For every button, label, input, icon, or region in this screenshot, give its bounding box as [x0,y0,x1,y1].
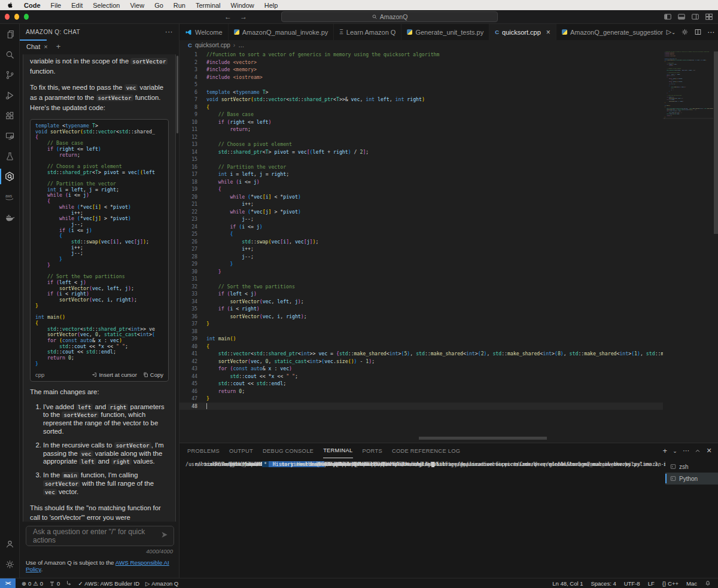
menu-terminal[interactable]: Terminal [196,2,221,9]
chat-code-line: } [35,257,163,263]
activity-search[interactable] [0,44,19,65]
split-editor-icon[interactable] [694,28,702,36]
maximize-panel-icon[interactable] [695,448,701,454]
send-icon[interactable] [160,531,169,541]
code-line: 17 int i = left, j = right; [180,170,663,178]
menu-window[interactable]: Window [231,2,254,9]
close-window-button[interactable] [5,14,10,20]
aws-builder-id-status[interactable]: ✓AWS: AWS Builder ID [78,580,139,587]
activity-extensions[interactable] [0,105,19,126]
panel-tab-debug-console[interactable]: DEBUG CONSOLE [263,443,314,458]
menu-selection[interactable]: Selection [93,2,120,9]
amazon-q-status[interactable]: ▷Amazon Q [145,580,178,587]
chat-code-line: return; [35,153,163,159]
minimap[interactable]: 1//function to sort a vector of generics… [663,51,713,194]
files-icon [5,29,15,39]
chat-input[interactable]: Ask a question or enter "/" for quick ac… [26,526,174,546]
close-panel-icon[interactable]: ✕ [706,447,712,455]
problems-status[interactable]: ⊗0 ⚠0 [22,580,43,587]
code-line: 9 // Base case [180,111,663,118]
panel-more-icon[interactable]: ⋯ [683,447,689,455]
notifications-bell-icon[interactable] [705,580,711,586]
code-line: 15 [180,156,663,163]
panel-tab-output[interactable]: OUTPUT [229,443,253,458]
settings-gear-icon[interactable] [681,28,689,36]
encoding-status[interactable]: UTF-8 [624,580,640,587]
docker-icon [4,212,16,223]
ports-status[interactable]: 0 [49,580,60,587]
panel-tab-terminal[interactable]: TERMINAL [323,443,352,458]
tab-chat[interactable]: Chat [26,43,40,50]
code-line: 2#include <vector> [180,59,663,66]
menu-go[interactable]: Go [154,2,163,9]
activity-testing[interactable] [0,146,19,166]
editor-tab-quicksort-cpp[interactable]: Cquicksort.cpp× [489,24,556,40]
list-item: I've added left and right parameters to … [43,403,169,436]
activity-settings[interactable] [0,554,19,574]
platform-status[interactable]: Mac [686,580,697,587]
code-line: 12 [180,133,663,141]
editor-tab-amazonq-manual-invoke-py[interactable]: AmazonQ_manual_invoke.py [229,24,334,40]
menu-file[interactable]: File [51,2,62,9]
new-terminal-icon[interactable]: + [662,446,667,455]
language-mode-status[interactable]: {}C++ [662,580,679,587]
toggle-sidebar-right-icon[interactable] [691,13,699,21]
close-tab-icon[interactable]: × [546,28,550,36]
code-line: 7void sortVector(std::vector<std::shared… [663,59,713,60]
editor-horizontal-scrollbar[interactable] [419,437,547,440]
toggle-sidebar-left-icon[interactable] [664,13,672,21]
apple-logo-icon[interactable] [7,2,14,8]
panel-tab-problems[interactable]: PROBLEMS [187,443,220,458]
back-arrow-icon[interactable]: ← [224,13,232,21]
customize-layout-icon[interactable] [705,13,713,21]
terminal-shell-python[interactable]: Python [665,473,718,485]
editor-tab-amazonq-generate-suggestion-py[interactable]: AmazonQ_generate_suggestion.py [556,24,679,40]
panel-tab-code-reference-log[interactable]: CODE REFERENCE LOG [392,443,460,458]
new-chat-tab-icon[interactable]: + [56,42,61,51]
breadcrumb[interactable]: C quicksort.cpp › … [180,40,718,50]
panel-tab-ports[interactable]: PORTS [363,443,382,458]
code-editor[interactable]: 1//function to sort a vector of generics… [180,50,718,443]
remote-indicator[interactable]: >< [0,578,16,588]
toggle-panel-icon[interactable] [677,13,686,21]
terminal-shell-zsh[interactable]: zsh [665,461,718,473]
activity-remote-explorer[interactable] [0,126,19,146]
editor-tab-generate-unit-tests-py[interactable]: Generate_unit_tests.py [401,24,489,40]
code-line: 4#include <iostream> [180,74,663,81]
menu-run[interactable]: Run [174,2,185,9]
chat-scrollbar[interactable] [177,56,178,133]
minimize-window-button[interactable] [14,14,19,20]
editor-vertical-scrollbar[interactable] [714,51,718,234]
editor-tab-welcome[interactable]: Welcome [180,24,229,40]
menu-view[interactable]: View [130,2,144,9]
launch-status[interactable] [66,580,72,586]
activity-docker[interactable] [0,207,19,227]
activity-aws[interactable]: aws [0,187,19,207]
close-chat-tab-icon[interactable]: × [44,43,47,50]
terminal-dropdown-icon[interactable]: ⌄ [673,448,677,454]
forward-arrow-icon[interactable]: → [240,13,247,21]
terminal-output[interactable]: /usr/local/bin/python3 "/Users/martinhel… [180,458,665,578]
editor-tab-learn-amazon-q[interactable]: ΞLearn Amazon Q [334,24,401,40]
more-actions-icon[interactable]: ⋯ [707,28,714,36]
command-center-search[interactable]: AmazonQ [281,11,498,22]
menu-edit[interactable]: Edit [71,2,83,9]
activity-amazon-q[interactable] [0,166,19,187]
code-line: 30 } [180,268,663,276]
activity-source-control[interactable] [0,65,19,85]
activity-accounts[interactable] [0,534,19,554]
zoom-window-button[interactable] [24,14,29,20]
activity-explorer[interactable] [0,24,19,44]
more-actions-icon[interactable]: ··· [165,28,173,36]
chat-message-area[interactable]: variable is not in the scope of the sort… [20,53,179,522]
menu-code[interactable]: Code [24,2,41,9]
indentation-status[interactable]: Spaces: 4 [591,580,616,587]
activity-run-debug[interactable] [0,85,19,105]
menu-help[interactable]: Help [264,2,278,9]
cursor-position-status[interactable]: Ln 48, Col 1 [552,580,583,587]
eol-status[interactable]: LF [648,580,655,587]
run-button[interactable]: ▷⌄ [667,28,676,36]
copy-button[interactable]: Copy [143,371,163,378]
insert-at-cursor-button[interactable]: Insert at cursor [92,371,136,378]
amazon-q-chat-panel: AMAZON Q: CHAT ··· Chat × + variable is … [20,24,180,578]
